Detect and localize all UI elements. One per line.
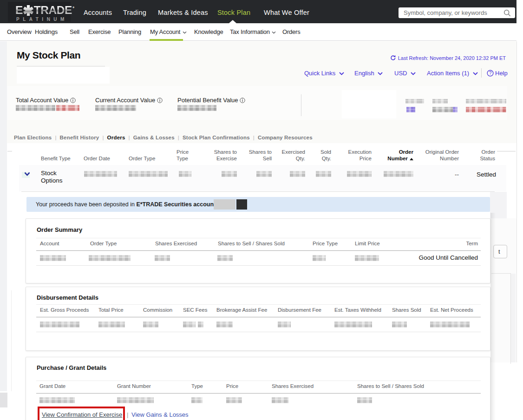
svg-text:?: ? bbox=[489, 71, 492, 76]
